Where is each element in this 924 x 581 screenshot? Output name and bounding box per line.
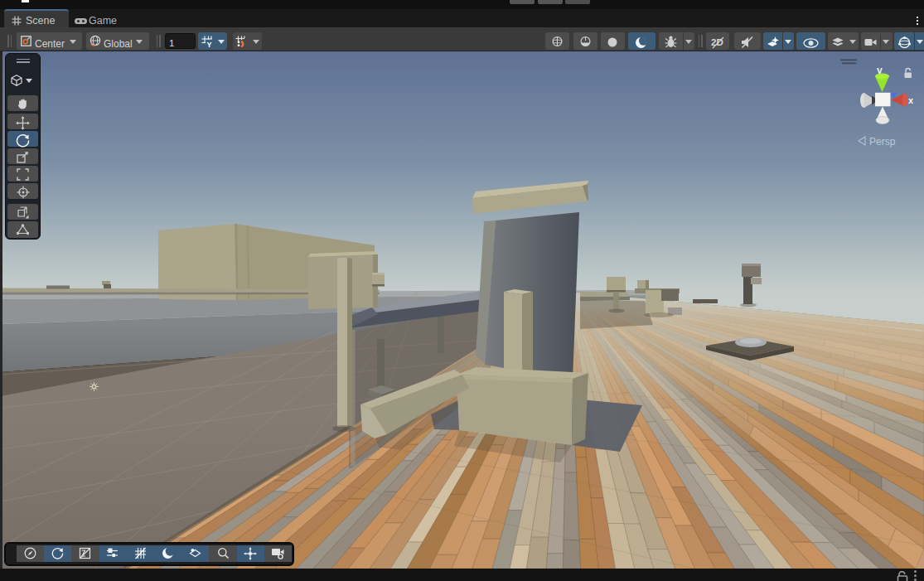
svg-text:Y: Y bbox=[207, 41, 212, 48]
svg-text:Persp: Persp bbox=[869, 136, 896, 148]
svg-text:x: x bbox=[908, 95, 914, 105]
